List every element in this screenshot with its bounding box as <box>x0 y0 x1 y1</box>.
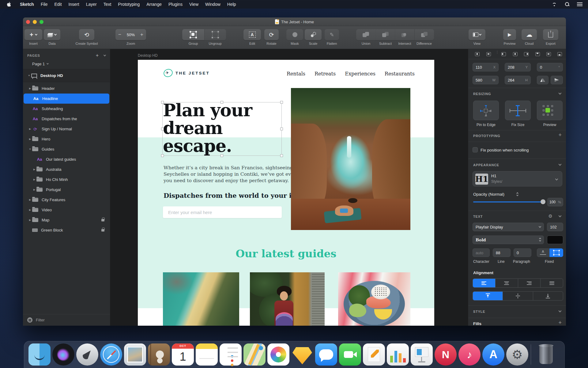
align-top-icon[interactable] <box>535 52 540 56</box>
dock-finder[interactable] <box>28 343 51 366</box>
dock-mail[interactable] <box>124 343 146 366</box>
align-middle-v-icon[interactable] <box>546 52 551 56</box>
dock-sketch[interactable] <box>291 343 313 366</box>
menu-window[interactable]: Window <box>202 2 224 7</box>
dock-facetime[interactable] <box>339 343 361 366</box>
group-button[interactable] <box>182 29 204 40</box>
union-button[interactable] <box>356 29 376 40</box>
disclosure-open-icon[interactable]: ▼ <box>27 74 31 77</box>
nav-rentals[interactable]: Rentals <box>287 71 305 77</box>
beach-aerial-photo[interactable] <box>163 272 239 326</box>
dock-trash[interactable] <box>535 343 557 366</box>
disclosure-closed-icon[interactable]: ▶ <box>28 209 32 211</box>
align-text-justify-button[interactable] <box>540 279 563 287</box>
selection-handle[interactable] <box>280 101 283 104</box>
filter-input[interactable] <box>36 318 82 322</box>
intersect-button[interactable] <box>395 29 414 40</box>
selection-handle[interactable] <box>161 101 164 104</box>
align-bottom-icon[interactable] <box>557 52 562 56</box>
align-middle-button[interactable] <box>503 292 533 300</box>
rotate-button[interactable]: ⟳ Rotate <box>264 29 279 45</box>
nav-retreats[interactable]: Retreats <box>315 71 336 77</box>
selection-handle[interactable] <box>161 128 164 130</box>
disclosure-open-icon[interactable]: ▼ <box>28 148 32 151</box>
menu-edit[interactable]: Edit <box>51 2 65 7</box>
resizing-collapse-icon[interactable] <box>559 92 562 95</box>
paragraph-spacing-field[interactable]: 0 <box>514 248 531 257</box>
font-size-field[interactable]: 102 <box>547 223 563 231</box>
subtract-button[interactable] <box>376 29 395 40</box>
align-left-icon[interactable] <box>501 52 506 56</box>
height-field[interactable]: 264H <box>505 76 531 84</box>
dock-maps[interactable] <box>243 343 266 366</box>
opacity-slider-knob[interactable] <box>541 199 545 204</box>
guides-heading[interactable]: Our latest guides <box>138 247 434 260</box>
text-collapse-icon[interactable] <box>559 214 562 217</box>
lock-icon[interactable] <box>101 229 104 232</box>
dock-pages[interactable] <box>363 343 385 366</box>
layer-row-video[interactable]: ▶Video <box>23 205 110 215</box>
style-collapse-icon[interactable] <box>559 309 562 312</box>
text-color-swatch[interactable] <box>547 236 563 244</box>
selection-handle[interactable] <box>221 154 223 157</box>
menu-arrange[interactable]: Arrange <box>143 2 165 7</box>
selection-handle[interactable] <box>280 128 283 130</box>
blend-mode-stepper[interactable] <box>517 193 518 196</box>
distribute-vertical-icon[interactable] <box>486 52 491 56</box>
create-symbol-button[interactable]: ⟲ Create Symbol <box>79 29 94 45</box>
dock-calendar[interactable]: OCT1 <box>172 343 194 366</box>
page-selector[interactable]: Page 1 <box>23 59 110 69</box>
zoom-control[interactable]: − 50% + Zoom <box>115 29 146 45</box>
artboard-title[interactable]: Desktop HD <box>138 53 158 58</box>
y-field[interactable]: 208Y <box>505 63 531 71</box>
food-bowl-photo[interactable] <box>338 272 410 326</box>
dock-reminders[interactable] <box>220 343 242 366</box>
canyon-hero-photo[interactable] <box>291 88 410 230</box>
scale-button[interactable]: Scale <box>305 29 322 45</box>
line-spacing-field[interactable]: 88 <box>493 248 511 257</box>
lock-icon[interactable] <box>101 219 104 221</box>
align-center-h-icon[interactable] <box>513 52 518 56</box>
layer-row-portugal[interactable]: ▶Portugal <box>23 185 110 195</box>
layer-row-australia[interactable]: ▶Australia <box>23 164 110 174</box>
appearance-collapse-icon[interactable] <box>559 163 562 166</box>
flip-horizontal-button[interactable] <box>537 76 548 84</box>
layer-row-map[interactable]: ▶Map <box>23 215 110 225</box>
close-button[interactable] <box>26 20 30 24</box>
disclosure-closed-icon[interactable]: ▶ <box>32 168 36 171</box>
artboard-desktop-hd[interactable]: THE JETSET Rentals Retreats Experiences … <box>138 60 434 326</box>
apple-menu[interactable] <box>0 2 17 7</box>
x-field[interactable]: 110X <box>473 63 499 71</box>
layer-row-hero[interactable]: ▶Hero <box>23 134 110 144</box>
zoom-in-icon[interactable]: + <box>138 32 146 38</box>
character-spacing-field[interactable]: auto <box>473 248 490 257</box>
layer-row-subheading[interactable]: AaSubheading <box>23 104 110 114</box>
layer-row-header[interactable]: ▶Header <box>23 83 110 94</box>
layer-row-desktop-hd[interactable]: ▼ Desktop HD <box>23 69 110 82</box>
nav-experiences[interactable]: Experiences <box>345 71 375 77</box>
dock-photos[interactable] <box>267 343 289 366</box>
disclosure-closed-icon[interactable]: ▶ <box>28 219 32 221</box>
ungroup-button[interactable] <box>204 29 226 40</box>
email-signup-field[interactable] <box>163 206 282 218</box>
minimize-button[interactable] <box>33 20 37 24</box>
font-weight-dropdown[interactable]: Bold <box>473 236 544 244</box>
export-button[interactable]: Export <box>543 29 558 45</box>
resize-preview-button[interactable] <box>537 101 563 120</box>
body-copy[interactable]: Whether it’s a city break in San Francis… <box>164 165 311 184</box>
layer-row-green-block[interactable]: Green Block <box>23 225 110 235</box>
layer-row-sign-up-normal[interactable]: ▶⟳Sign Up / Normal <box>23 124 110 134</box>
dock-safari[interactable] <box>100 343 122 366</box>
disclosure-closed-icon[interactable]: ▶ <box>28 87 32 90</box>
menu-sketch[interactable]: Sketch <box>17 2 37 7</box>
fix-size-button[interactable] <box>505 101 531 120</box>
pin-to-edge-button[interactable] <box>473 101 499 120</box>
disclosure-closed-icon[interactable]: ▶ <box>28 138 32 140</box>
preview-button[interactable]: ▶ Preview <box>503 29 516 45</box>
flatten-button[interactable]: ✎ Flatten <box>325 29 339 45</box>
dock-contacts[interactable] <box>148 343 170 366</box>
menu-plugins[interactable]: Plugins <box>165 2 186 7</box>
disclosure-closed-icon[interactable]: ▶ <box>32 188 36 191</box>
zoom-window-button[interactable] <box>40 20 43 24</box>
auto-width-button[interactable] <box>537 248 549 257</box>
